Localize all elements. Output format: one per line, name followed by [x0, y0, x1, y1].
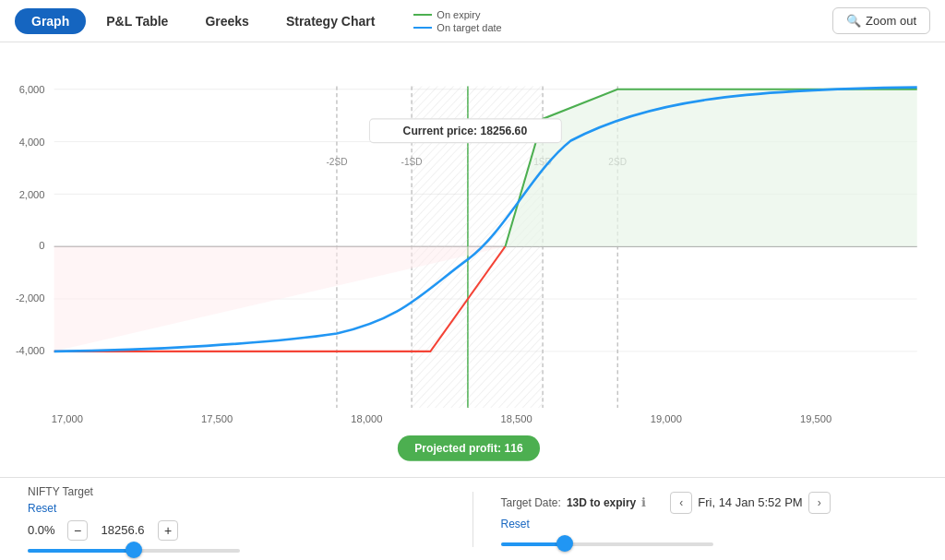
tab-pl-table[interactable]: P&L Table — [90, 8, 185, 34]
date-display: Fri, 14 Jan 5:52 PM — [698, 495, 802, 509]
svg-text:18,500: 18,500 — [501, 413, 532, 424]
target-date-group: Target Date: 13D to expiry ℹ ‹ Fri, 14 J… — [501, 492, 918, 547]
svg-text:17,000: 17,000 — [52, 413, 83, 424]
svg-text:19,500: 19,500 — [800, 413, 831, 424]
svg-text:-4,000: -4,000 — [16, 345, 45, 356]
date-prev-button[interactable]: ‹ — [670, 492, 692, 514]
tab-greeks[interactable]: Greeks — [188, 8, 265, 34]
svg-text:19,000: 19,000 — [651, 413, 682, 424]
svg-text:18,000: 18,000 — [351, 413, 382, 424]
main-container: Graph P&L Table Greeks Strategy Chart On… — [0, 0, 945, 560]
target-date-reset-link[interactable]: Reset — [501, 518, 918, 530]
legend-target-line — [413, 27, 432, 29]
chart-legend: On expiry On target date — [413, 9, 501, 33]
target-date-slider-fill — [501, 542, 565, 546]
nifty-value-row: 0.0% − 18256.6 + — [28, 520, 445, 541]
nifty-pct: 0.0% — [28, 523, 60, 537]
nifty-slider[interactable] — [28, 548, 240, 554]
zoom-out-button[interactable]: 🔍 Zoom out — [832, 7, 930, 34]
target-date-slider-thumb[interactable] — [556, 535, 573, 552]
nifty-slider-thumb[interactable] — [126, 542, 142, 558]
date-nav: ‹ Fri, 14 Jan 5:52 PM › — [670, 492, 830, 514]
nifty-target-label: NIFTY Target — [28, 485, 93, 498]
tab-strategy-chart[interactable]: Strategy Chart — [269, 8, 391, 34]
svg-text:-2SD: -2SD — [326, 157, 348, 167]
bottom-controls: NIFTY Target Reset 0.0% − 18256.6 + Targ… — [0, 477, 945, 560]
chart-area: 6,000 4,000 2,000 0 -2,000 -4,000 17,000… — [0, 42, 945, 477]
legend-expiry-line — [413, 14, 432, 16]
legend-target: On target date — [413, 22, 501, 33]
svg-text:17,500: 17,500 — [201, 413, 233, 424]
controls-divider — [472, 492, 473, 547]
target-date-info-icon[interactable]: ℹ — [641, 495, 646, 509]
zoom-label: Zoom out — [866, 14, 916, 28]
svg-text:2,000: 2,000 — [19, 188, 45, 199]
legend-target-label: On target date — [437, 22, 501, 33]
date-next-button[interactable]: › — [808, 492, 831, 514]
svg-text:-2,000: -2,000 — [16, 292, 45, 304]
nifty-value: 18256.6 — [95, 523, 150, 537]
zoom-icon: 🔍 — [846, 14, 861, 28]
target-date-slider[interactable] — [501, 542, 713, 547]
svg-text:Projected profit: 116: Projected profit: 116 — [414, 442, 523, 455]
legend-expiry-label: On expiry — [437, 9, 480, 20]
chart-svg: 6,000 4,000 2,000 0 -2,000 -4,000 17,000… — [9, 52, 936, 477]
svg-text:Current price: 18256.60: Current price: 18256.60 — [403, 125, 528, 137]
target-date-label: Target Date: — [501, 496, 561, 509]
top-nav: Graph P&L Table Greeks Strategy Chart On… — [0, 0, 945, 42]
target-date-value: 13D to expiry — [567, 496, 636, 509]
tab-graph[interactable]: Graph — [15, 8, 86, 34]
nifty-target-group: NIFTY Target Reset 0.0% − 18256.6 + — [28, 485, 445, 554]
nifty-decrement-button[interactable]: − — [67, 520, 88, 541]
svg-text:6,000: 6,000 — [19, 84, 45, 95]
nifty-slider-fill — [28, 549, 134, 553]
nifty-increment-button[interactable]: + — [158, 520, 178, 541]
svg-text:4,000: 4,000 — [19, 137, 45, 148]
svg-text:0: 0 — [39, 240, 44, 251]
legend-expiry: On expiry — [413, 9, 501, 20]
nifty-reset-link[interactable]: Reset — [28, 502, 445, 515]
